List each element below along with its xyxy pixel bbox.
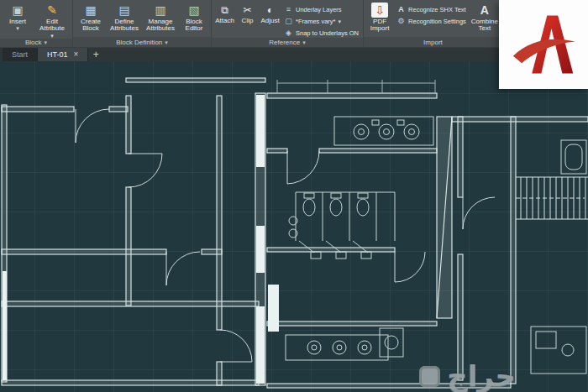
plus-icon: + bbox=[93, 49, 99, 60]
block-editor-button[interactable]: ▧ Block Editor bbox=[180, 2, 208, 37]
attach-label: Attach bbox=[215, 18, 234, 24]
combine-text-label: Combine Text bbox=[470, 18, 500, 33]
adjust-button[interactable]: ◐ Adjust bbox=[260, 2, 281, 38]
autocad-window: ▣ Insert ▾ ✎ Edit Attribute ▾ Block ▾ ▦ bbox=[0, 0, 588, 392]
create-block-label: Create Block bbox=[76, 18, 106, 33]
manage-attributes-icon: ▥ bbox=[152, 3, 169, 18]
panel-label-reference[interactable]: Reference ▾ bbox=[212, 38, 363, 47]
tab-ht-01[interactable]: HT-01 × bbox=[38, 48, 88, 61]
insert-button[interactable]: ▣ Insert ▾ bbox=[3, 2, 33, 39]
recognize-shx-text-button[interactable]: A Recognize SHX Text bbox=[395, 4, 468, 14]
panel-label-text: Block bbox=[25, 39, 42, 46]
autocad-a-icon bbox=[507, 8, 580, 81]
stairs-layer bbox=[516, 177, 588, 219]
dropdown-arrow-icon: ▾ bbox=[16, 25, 19, 31]
attach-icon: ⧉ bbox=[217, 3, 234, 17]
insert-block-icon: ▣ bbox=[9, 3, 26, 18]
walls-layer bbox=[2, 78, 588, 388]
panel-expander-icon: ▾ bbox=[45, 39, 48, 45]
underlay-layers-icon: ≡ bbox=[284, 5, 293, 14]
watermark: حراج bbox=[419, 362, 516, 390]
panel-label-text: Block Definition bbox=[116, 39, 162, 46]
panel-label-block-definition[interactable]: Block Definition ▾ bbox=[73, 37, 211, 47]
clip-icon: ✂ bbox=[239, 3, 256, 17]
adjust-icon: ◐ bbox=[262, 3, 279, 17]
watermark-logo-icon bbox=[419, 366, 440, 387]
manage-attributes-button[interactable]: ▥ Manage Attributes bbox=[143, 2, 178, 37]
ribbon-group-block-definition: ▦ Create Block ▤ Define Attributes ▥ Man… bbox=[73, 0, 212, 47]
watermark-text: حراج bbox=[447, 362, 516, 390]
tab-ht-01-label: HT-01 bbox=[47, 50, 68, 59]
ribbon-group-import: ⇩ PDF Import A Recognize SHX Text ⚙ Reco… bbox=[364, 0, 503, 47]
frames-icon: ▢ bbox=[284, 17, 293, 26]
panel-label-import[interactable]: Import bbox=[364, 37, 502, 47]
pdf-import-icon: ⇩ bbox=[371, 3, 388, 18]
snap-to-underlays-label: Snap to Underlays ON bbox=[296, 29, 359, 37]
floor-plan-drawing bbox=[0, 61, 588, 392]
ribbon-group-block: ▣ Insert ▾ ✎ Edit Attribute ▾ Block ▾ bbox=[0, 0, 73, 47]
attach-button[interactable]: ⧉ Attach bbox=[214, 2, 235, 38]
ribbon-group-reference: ⧉ Attach ✂ Clip ◐ Adjust ≡ Underlay Laye… bbox=[212, 0, 364, 47]
recognition-settings-button[interactable]: ⚙ Recognition Settings bbox=[395, 16, 468, 26]
autocad-logo bbox=[499, 0, 588, 89]
edit-attribute-label: Edit Attribute bbox=[35, 18, 69, 33]
tab-start-label: Start bbox=[12, 50, 28, 59]
manage-attributes-label: Manage Attributes bbox=[144, 18, 177, 33]
create-block-button[interactable]: ▦ Create Block bbox=[76, 2, 106, 37]
drawing-canvas[interactable]: حراج bbox=[0, 61, 588, 392]
tab-start[interactable]: Start bbox=[3, 48, 38, 61]
block-editor-label: Block Editor bbox=[180, 18, 208, 33]
frames-label: *Frames vary* bbox=[296, 18, 336, 25]
dimensions-layer bbox=[277, 80, 435, 93]
snap-to-underlays-icon: ◈ bbox=[284, 29, 293, 38]
recognize-shx-label: Recognize SHX Text bbox=[408, 6, 466, 13]
wall-fill-layer bbox=[3, 95, 279, 384]
panel-label-block[interactable]: Block ▾ bbox=[0, 39, 72, 47]
frames-dropdown[interactable]: ▢ *Frames vary* ▾ bbox=[282, 16, 360, 26]
panel-expander-icon: ▾ bbox=[302, 39, 306, 45]
insert-label: Insert bbox=[9, 18, 26, 25]
recognize-shx-icon: A bbox=[396, 5, 406, 14]
pdf-import-button[interactable]: ⇩ PDF Import bbox=[366, 2, 393, 37]
combine-text-button[interactable]: A Combine Text bbox=[470, 2, 500, 37]
snap-to-underlays-button[interactable]: ◈ Snap to Underlays ON bbox=[282, 28, 360, 38]
fixtures-layer bbox=[286, 117, 586, 374]
clip-label: Clip bbox=[242, 18, 254, 24]
panel-label-text: Reference bbox=[269, 39, 300, 46]
edit-attribute-icon: ✎ bbox=[44, 3, 60, 18]
recognition-settings-icon: ⚙ bbox=[396, 17, 406, 26]
create-block-icon: ▦ bbox=[82, 3, 99, 18]
combine-text-icon: A bbox=[476, 3, 493, 18]
clip-button[interactable]: ✂ Clip bbox=[237, 2, 258, 38]
panel-expander-icon: ▾ bbox=[165, 39, 168, 45]
block-editor-icon: ▧ bbox=[186, 3, 202, 18]
adjust-label: Adjust bbox=[260, 18, 279, 24]
define-attributes-icon: ▤ bbox=[116, 3, 133, 18]
define-attributes-label: Define Attributes bbox=[108, 18, 141, 33]
panel-label-text: Import bbox=[423, 39, 443, 46]
new-tab-button[interactable]: + bbox=[88, 48, 103, 61]
define-attributes-button[interactable]: ▤ Define Attributes bbox=[108, 2, 141, 37]
underlay-layers-button[interactable]: ≡ Underlay Layers bbox=[282, 4, 360, 14]
dropdown-arrow-icon: ▾ bbox=[50, 33, 54, 39]
underlay-layers-label: Underlay Layers bbox=[296, 6, 342, 13]
dropdown-arrow-icon: ▾ bbox=[339, 18, 342, 24]
tab-close-icon[interactable]: × bbox=[74, 50, 79, 59]
pdf-import-label: PDF Import bbox=[366, 18, 393, 33]
recognition-settings-label: Recognition Settings bbox=[408, 18, 466, 25]
edit-attribute-button[interactable]: ✎ Edit Attribute ▾ bbox=[34, 2, 70, 39]
